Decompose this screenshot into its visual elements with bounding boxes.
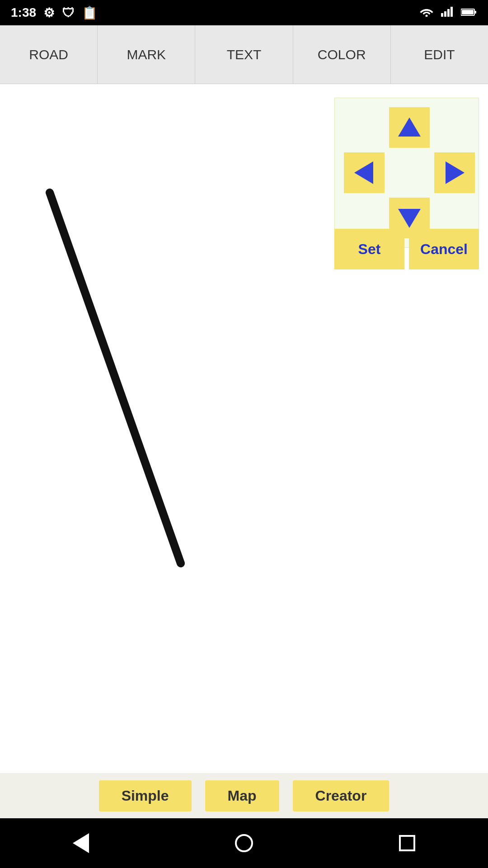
top-nav: ROAD MARK TEXT COLOR EDIT xyxy=(0,25,488,84)
dir-empty-top-left xyxy=(344,107,385,148)
sim-icon: 📋 xyxy=(82,5,98,20)
direction-panel xyxy=(334,98,479,248)
svg-marker-11 xyxy=(446,161,465,184)
svg-rect-1 xyxy=(441,13,443,17)
dir-right-button[interactable] xyxy=(434,152,475,193)
status-right xyxy=(419,5,477,20)
tab-color[interactable]: COLOR xyxy=(293,25,391,84)
status-left: 1:38 ⚙ 🛡 📋 xyxy=(11,5,98,20)
svg-rect-2 xyxy=(444,11,446,17)
svg-point-0 xyxy=(426,15,428,17)
tab-edit[interactable]: EDIT xyxy=(391,25,488,84)
action-row: Set Cancel xyxy=(334,229,479,269)
set-button[interactable]: Set xyxy=(334,229,404,269)
svg-marker-9 xyxy=(398,118,421,137)
dir-center-empty xyxy=(389,152,430,193)
dir-empty-top-right xyxy=(434,107,475,148)
tab-simple[interactable]: Simple xyxy=(99,780,192,811)
gear-icon: ⚙ xyxy=(43,5,55,20)
tab-text[interactable]: TEXT xyxy=(195,25,293,84)
back-icon xyxy=(73,833,89,853)
cancel-button[interactable]: Cancel xyxy=(409,229,479,269)
main-canvas[interactable]: Set Cancel xyxy=(0,84,488,731)
home-icon xyxy=(235,834,253,852)
dir-up-button[interactable] xyxy=(389,107,430,148)
battery-icon xyxy=(461,5,477,20)
svg-rect-4 xyxy=(450,7,453,17)
svg-marker-10 xyxy=(354,161,373,184)
svg-rect-7 xyxy=(462,10,474,14)
tab-road[interactable]: ROAD xyxy=(0,25,98,84)
status-bar: 1:38 ⚙ 🛡 📋 xyxy=(0,0,488,25)
android-nav-bar xyxy=(0,818,488,868)
recents-button[interactable] xyxy=(399,835,415,851)
back-button[interactable] xyxy=(73,833,89,853)
time-display: 1:38 xyxy=(11,5,36,20)
wifi-icon xyxy=(419,5,434,20)
tab-map[interactable]: Map xyxy=(205,780,279,811)
svg-line-8 xyxy=(50,193,181,563)
signal-icon xyxy=(441,5,454,20)
tab-mark[interactable]: MARK xyxy=(98,25,195,84)
tab-creator[interactable]: Creator xyxy=(293,780,389,811)
home-button[interactable] xyxy=(235,834,253,852)
svg-rect-3 xyxy=(447,9,450,17)
dir-left-button[interactable] xyxy=(344,152,385,193)
shield-icon: 🛡 xyxy=(62,5,75,20)
bottom-tabs: Simple Map Creator xyxy=(0,773,488,818)
recents-icon xyxy=(399,835,415,851)
svg-rect-6 xyxy=(474,11,476,14)
svg-marker-12 xyxy=(398,209,421,228)
